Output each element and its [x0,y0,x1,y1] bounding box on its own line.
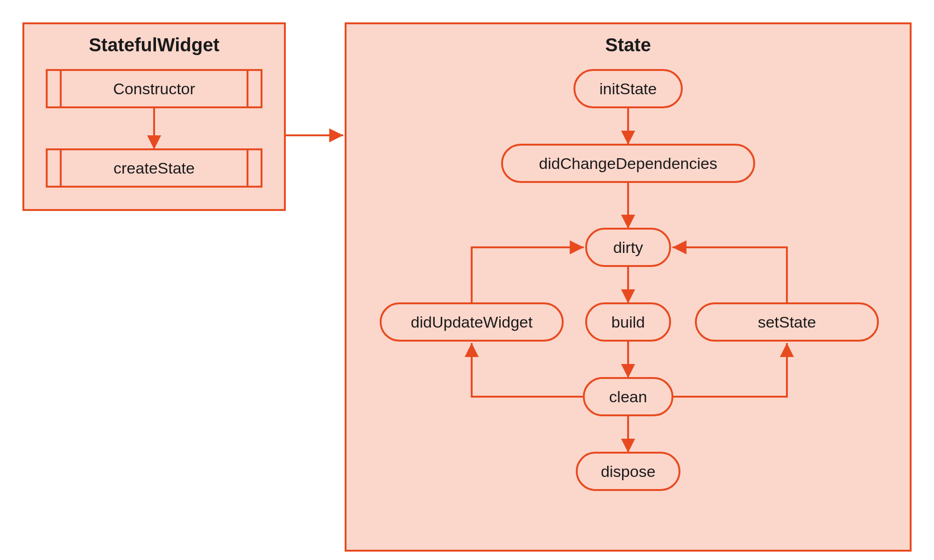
node-dirty-label: dirty [613,238,643,256]
node-dirty: dirty [586,229,670,266]
node-didchangedependencies-label: didChangeDependencies [539,154,717,172]
node-dispose: dispose [577,453,679,490]
node-constructor: Constructor [47,70,262,107]
node-dispose-label: dispose [601,462,655,480]
node-didupdatewidget: didUpdateWidget [381,303,563,341]
node-initstate: initState [574,70,682,107]
panel-statefulwidget-title: StatefulWidget [89,35,219,55]
node-createstate: createState [47,149,262,187]
node-createstate-label: createState [113,159,195,177]
node-setstate: setState [696,303,878,341]
node-didupdatewidget-label: didUpdateWidget [411,313,533,331]
node-constructor-label: Constructor [113,80,195,98]
node-build: build [586,303,670,341]
node-clean: clean [584,378,672,415]
panel-state: State initState didChangeDependencies di… [346,23,911,551]
node-setstate-label: setState [758,313,816,331]
lifecycle-diagram: StatefulWidget Constructor createState S… [0,0,934,560]
node-didchangedependencies: didChangeDependencies [502,145,754,182]
panel-state-title: State [605,35,651,55]
node-build-label: build [611,313,645,331]
panel-statefulwidget: StatefulWidget Constructor createState [23,23,285,210]
node-clean-label: clean [609,388,647,406]
node-initstate-label: initState [600,80,657,98]
